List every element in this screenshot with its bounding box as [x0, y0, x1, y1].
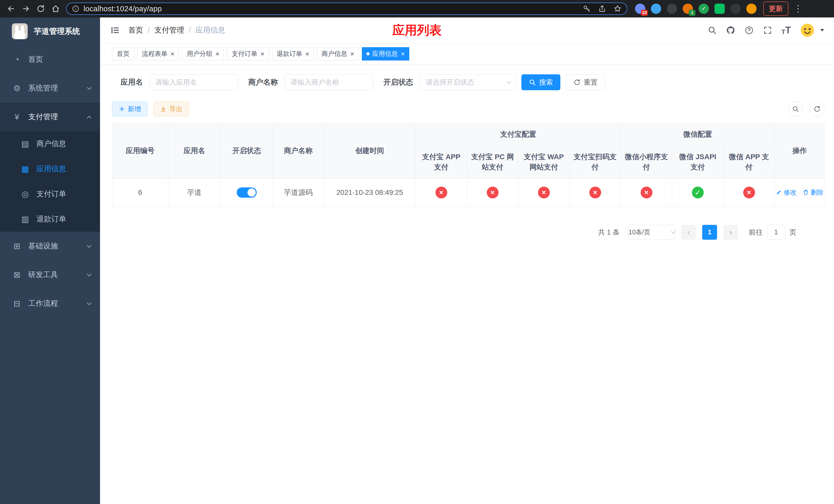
- saved-password-key-icon[interactable]: [583, 5, 591, 13]
- tab-6-active[interactable]: 应用信息×: [362, 47, 409, 61]
- page: localhost:1024/pay/app 101✓ 更新 ⋮ 芋道管理系统 …: [0, 0, 834, 504]
- breadcrumb-home[interactable]: 首页: [128, 25, 143, 36]
- browser-update-button[interactable]: 更新: [763, 2, 788, 16]
- github-icon[interactable]: [726, 26, 735, 35]
- green-square-extension-icon[interactable]: [715, 4, 725, 14]
- delete-button[interactable]: 删除: [803, 188, 824, 197]
- tab-3[interactable]: 支付订单×: [227, 47, 269, 61]
- column-group-alipay: 支付宝配置: [416, 123, 621, 146]
- app-logo: [12, 23, 28, 39]
- reset-button[interactable]: 重置: [566, 74, 605, 90]
- browser-home-icon[interactable]: [48, 2, 63, 16]
- edit-button[interactable]: 修改: [776, 188, 796, 197]
- column-subheader: 支付宝扫码支付: [570, 145, 621, 178]
- infra-icon: ⊞: [11, 241, 23, 251]
- tab-close-icon[interactable]: ×: [350, 50, 354, 57]
- orange-face-extension-icon[interactable]: [746, 4, 756, 14]
- filter-form: 应用名 商户名称 开启状态 请选择开启状态 搜索 重置: [112, 74, 825, 90]
- extension-badge: 10: [641, 10, 648, 16]
- caret-down-icon[interactable]: [820, 29, 824, 31]
- fullscreen-icon[interactable]: [763, 26, 772, 35]
- address-bar[interactable]: localhost:1024/pay/app: [66, 3, 627, 15]
- active-tab-dot: [367, 52, 370, 55]
- goto-page-input[interactable]: [767, 225, 785, 240]
- column-subheader: 微信 APP 支付: [723, 145, 775, 178]
- chevron-down-icon: [87, 272, 91, 276]
- app-name-input[interactable]: [150, 74, 238, 90]
- merchant-name-input[interactable]: [285, 74, 373, 90]
- page-info-icon[interactable]: [72, 5, 80, 13]
- browser-back-icon[interactable]: [4, 2, 19, 16]
- dashboard-icon: ◔: [11, 55, 23, 64]
- puzzle-extension-icon[interactable]: 10: [635, 4, 645, 14]
- sidebar-item-payment-management[interactable]: ¥支付管理: [0, 102, 100, 131]
- bookmark-star-icon[interactable]: [613, 5, 622, 13]
- prev-page-button[interactable]: ‹: [681, 225, 696, 240]
- tab-bar: 首页流程表单×用户分组×支付订单×退款订单×商户信息×应用信息×: [100, 43, 834, 65]
- browser-menu-icon[interactable]: ⋮: [790, 3, 806, 14]
- sidebar-subitem-payment-orders[interactable]: ◎支付订单: [0, 182, 100, 207]
- config-disabled-cross-icon: ×: [487, 187, 499, 199]
- goto-suffix: 页: [789, 228, 796, 237]
- column-header-app-id: 应用编号: [112, 123, 168, 179]
- tab-4[interactable]: 退款订单×: [272, 47, 314, 61]
- tab-close-icon[interactable]: ×: [260, 50, 264, 57]
- chevron-down-icon: [87, 300, 91, 305]
- search-button[interactable]: 搜索: [521, 74, 561, 90]
- font-size-icon[interactable]: TT: [782, 25, 791, 36]
- document-icon: ▥: [20, 214, 31, 224]
- export-button[interactable]: 导出: [154, 101, 189, 116]
- url-text: localhost:1024/pay/app: [84, 5, 162, 13]
- browser-forward-icon[interactable]: [19, 2, 33, 16]
- sidebar-subitem-refund-orders[interactable]: ▥退款订单: [0, 207, 100, 232]
- sidebar-item-dev-tools[interactable]: ⊠研发工具: [0, 260, 100, 289]
- sidebar-subitem-merchant-info[interactable]: ▤商户信息: [0, 131, 100, 156]
- status-select[interactable]: 请选择开启状态: [420, 74, 516, 90]
- browser-reload-icon[interactable]: [33, 2, 48, 16]
- workflow-icon: ⊟: [11, 299, 23, 308]
- app-logo-row[interactable]: 芋道管理系统: [0, 18, 100, 45]
- tab-5[interactable]: 商户信息×: [317, 47, 359, 61]
- page-size-select[interactable]: 10条/页: [628, 225, 675, 240]
- tab-close-icon[interactable]: ×: [305, 50, 309, 57]
- status-toggle[interactable]: [237, 187, 257, 198]
- sidebar-subitem-app-info[interactable]: ▦应用信息: [0, 156, 100, 182]
- tab-close-icon[interactable]: ×: [171, 50, 174, 57]
- breadcrumb-separator: /: [189, 26, 191, 35]
- sidebar-item-home[interactable]: ◔首页: [0, 45, 100, 74]
- sidebar-toggle-icon[interactable]: [110, 25, 120, 35]
- share-icon[interactable]: [598, 5, 606, 13]
- tab-close-icon[interactable]: ×: [401, 50, 405, 57]
- chevron-up-icon: [87, 116, 91, 120]
- tab-close-icon[interactable]: ×: [215, 50, 219, 57]
- chevron-down-icon: [507, 79, 511, 84]
- next-page-button[interactable]: ›: [723, 225, 738, 240]
- colorful-extension-icon[interactable]: 1: [683, 4, 693, 14]
- add-button[interactable]: 新增: [112, 101, 148, 116]
- refresh-table-button[interactable]: [810, 101, 825, 116]
- breadcrumb-current: 应用信息: [195, 25, 225, 36]
- help-icon[interactable]: [745, 26, 754, 35]
- user-avatar[interactable]: [800, 23, 814, 38]
- sidebar-item-infrastructure[interactable]: ⊞基础设施: [0, 232, 100, 260]
- cell-created-at: 2021-10-23 08:49:25: [336, 188, 403, 197]
- sidebar-item-system-management[interactable]: ⚙系统管理: [0, 74, 100, 102]
- column-subheader: 微信 JSAPI 支付: [672, 145, 723, 178]
- merchant-name-label: 商户名称: [248, 77, 278, 87]
- sidebar-item-workflow[interactable]: ⊟工作流程: [0, 289, 100, 318]
- header-search-icon[interactable]: [707, 26, 717, 35]
- droplet-extension-icon[interactable]: [651, 4, 661, 14]
- dark-puzzle-extension-icon[interactable]: [730, 4, 741, 14]
- tab-2[interactable]: 用户分组×: [182, 47, 224, 61]
- column-subheader: 支付宝 APP 支付: [416, 145, 467, 178]
- tab-0[interactable]: 首页: [112, 47, 134, 61]
- cell-merchant-name: 芋道源码: [284, 188, 313, 197]
- dark-sphere-extension-icon[interactable]: [667, 4, 677, 14]
- navbar-actions: TT: [707, 23, 824, 38]
- sidebar-menu: ◔首页⚙系统管理¥支付管理▤商户信息▦应用信息◎支付订单▥退款订单⊞基础设施⊠研…: [0, 45, 100, 318]
- toggle-search-button[interactable]: [788, 101, 803, 116]
- page-number-button[interactable]: 1: [702, 225, 717, 240]
- green-check-extension-icon[interactable]: ✓: [699, 4, 709, 14]
- tab-1[interactable]: 流程表单×: [137, 47, 179, 61]
- breadcrumb-pay[interactable]: 支付管理: [154, 25, 184, 36]
